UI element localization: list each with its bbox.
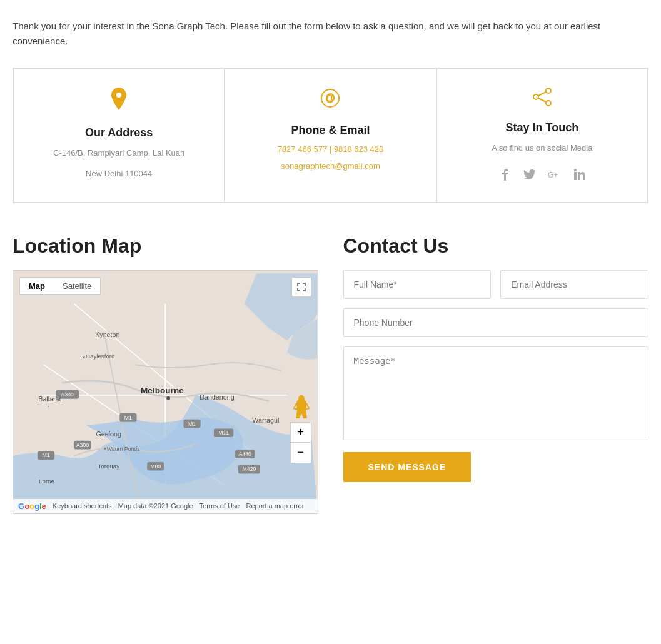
map-pegman[interactable] <box>291 395 311 420</box>
address-card: Our Address C-146/B, Rampiyari Camp, Lal… <box>13 68 225 203</box>
svg-text:G+: G+ <box>548 171 558 179</box>
location-title: Location Map <box>13 234 318 258</box>
map-zoom-in[interactable]: + <box>291 423 311 443</box>
svg-text:A440: A440 <box>238 451 251 457</box>
svg-text:Warragul: Warragul <box>252 416 279 423</box>
svg-text:A300: A300 <box>76 441 89 448</box>
svg-text:M80: M80 <box>150 463 161 469</box>
map-tabs: Map Satellite <box>19 277 101 295</box>
social-subtitle: Also find us on social Media <box>492 142 592 155</box>
svg-point-3 <box>546 88 551 93</box>
info-cards: Our Address C-146/B, Rampiyari Camp, Lal… <box>13 68 648 203</box>
stay-in-touch-title: Stay In Touch <box>505 121 578 134</box>
map-container: Map Satellite <box>13 270 318 514</box>
svg-text:Kyneton: Kyneton <box>95 331 119 338</box>
map-tab-map[interactable]: Map <box>20 278 54 294</box>
at-sign-icon <box>320 88 341 113</box>
location-pin-icon <box>109 88 129 116</box>
svg-text:M11: M11 <box>218 430 229 436</box>
map-data: Map data ©2021 Google <box>118 502 193 510</box>
location-section: Location Map Map Satellite <box>13 234 318 514</box>
contact-title: Contact Us <box>343 234 649 258</box>
map-zoom-controls: + − <box>290 422 311 463</box>
map-zoom-out[interactable]: − <box>291 443 311 463</box>
google-plus-icon[interactable]: G+ <box>546 166 563 183</box>
svg-point-42 <box>166 396 170 400</box>
email-address[interactable]: sonagraphtech@gmail.com <box>281 161 380 171</box>
google-logo: Google <box>18 501 46 511</box>
send-message-button[interactable]: SEND MESSAGE <box>343 452 472 482</box>
main-section: Location Map Map Satellite <box>13 234 648 514</box>
svg-text:M1: M1 <box>188 420 196 426</box>
map-footer: Google Keyboard shortcuts Map data ©2021… <box>13 499 318 513</box>
address-line1: C-146/B, Rampiyari Camp, Lal Kuan <box>53 147 184 160</box>
svg-point-5 <box>533 94 538 99</box>
svg-text:∘Daylesford: ∘Daylesford <box>82 353 114 360</box>
stay-in-touch-card: Stay In Touch Also find us on social Med… <box>436 68 648 203</box>
svg-text:A300: A300 <box>61 391 74 398</box>
svg-text:M1: M1 <box>42 452 49 458</box>
keyboard-shortcuts[interactable]: Keyboard shortcuts <box>53 502 112 510</box>
report-map-error[interactable]: Report a map error <box>246 502 304 510</box>
name-email-row <box>343 270 649 299</box>
social-icons: G+ <box>496 166 588 183</box>
svg-text:Lorne: Lorne <box>39 478 54 485</box>
phone-email-card: Phone & Email 7827 466 577 | 9818 623 42… <box>225 68 436 203</box>
twitter-icon[interactable] <box>521 166 538 183</box>
email-input[interactable] <box>500 270 648 299</box>
svg-text:Geelong: Geelong <box>96 430 121 438</box>
facebook-icon[interactable] <box>496 166 513 183</box>
phone-row <box>343 308 649 337</box>
svg-text:Torquay: Torquay <box>98 462 119 469</box>
full-name-input[interactable] <box>343 270 492 299</box>
svg-point-10 <box>574 169 577 171</box>
contact-section: Contact Us SEND MESSAGE <box>343 234 649 482</box>
svg-text:M1: M1 <box>124 415 132 421</box>
svg-text:Melbourne: Melbourne <box>141 386 184 395</box>
intro-text: Thank you for your interest in the Sona … <box>13 19 648 49</box>
terms-of-use[interactable]: Terms of Use <box>199 502 240 510</box>
phone-input[interactable] <box>343 308 649 337</box>
address-line2: New Delhi 110044 <box>86 168 152 181</box>
svg-text:Ballarat: Ballarat <box>38 395 61 402</box>
message-textarea[interactable] <box>343 346 649 440</box>
svg-text:∘: ∘ <box>47 404 50 410</box>
svg-text:Dandenong: Dandenong <box>199 393 234 400</box>
map-tab-satellite[interactable]: Satellite <box>54 278 100 294</box>
svg-line-6 <box>538 92 546 96</box>
svg-rect-9 <box>574 172 577 180</box>
svg-text:M420: M420 <box>243 466 256 472</box>
svg-line-7 <box>538 98 546 102</box>
svg-text:∘Waurn Ponds: ∘Waurn Ponds <box>103 446 140 452</box>
svg-point-4 <box>546 101 551 106</box>
address-title: Our Address <box>85 126 153 139</box>
phone-numbers[interactable]: 7827 466 577 | 9818 623 428 <box>278 144 384 154</box>
map-expand-button[interactable] <box>291 277 311 297</box>
svg-point-1 <box>321 89 339 107</box>
share-icon <box>531 88 553 111</box>
svg-point-0 <box>116 93 121 98</box>
phone-email-title: Phone & Email <box>291 124 370 137</box>
linkedin-icon[interactable] <box>571 166 588 183</box>
